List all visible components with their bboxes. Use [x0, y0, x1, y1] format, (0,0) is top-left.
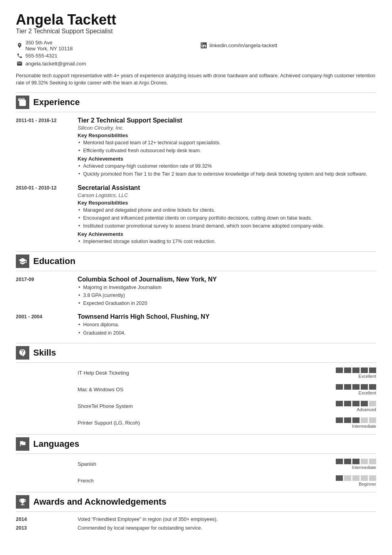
skill-bar-2: Advanced: [336, 401, 376, 412]
edu-2-list: Honors diploma. Graduated in 2004.: [78, 321, 376, 336]
job-1-title: Tier 2 Technical Support Specialist: [78, 117, 376, 124]
education-icon: [16, 255, 29, 268]
experience-entries: 2011-01 - 2016-12 Tier 2 Technical Suppo…: [16, 117, 376, 246]
award-text-1: Commended by local newspaper for outstan…: [78, 525, 376, 531]
awards-icon: [16, 495, 29, 509]
education-title: Education: [33, 256, 75, 266]
skill-level-1: Excellent: [358, 390, 376, 395]
linkedin-icon: [200, 42, 207, 49]
experience-header: Experience: [16, 92, 376, 112]
awards-section: Awards and Acknowledgements 2014 Voted “…: [16, 492, 376, 531]
award-year-0: 2014: [16, 517, 71, 522]
lang-level-0: Intermediate: [352, 465, 376, 470]
list-item: Implemented storage solution leading to …: [78, 238, 376, 245]
contact-grid: 350 5th Ave New York, NY 10118 linkedin.…: [16, 40, 376, 67]
education-entries: 2017-09 Columbia School of Journalism, N…: [16, 276, 376, 337]
lang-level-1: Beginner: [359, 482, 376, 486]
address-item: 350 5th Ave New York, NY 10118: [16, 40, 192, 52]
awards-entries: 2014 Voted “Friendliest Employee” in reg…: [16, 517, 376, 531]
languages-icon: [16, 437, 29, 451]
list-item: 3.8 GPA (currently): [78, 292, 376, 299]
list-item: Encouraged and influenced potential clie…: [78, 214, 376, 222]
skill-bar-3: Intermediate: [336, 417, 376, 429]
phone-icon: [16, 52, 23, 59]
job-1-org: Silicon Circuitry, Inc.: [78, 125, 376, 131]
phone-item: 555-555-4321: [16, 52, 192, 59]
languages-title: Languages: [33, 439, 79, 449]
award-text-0: Voted “Friendliest Employee” in region (…: [78, 517, 376, 522]
job-2-resp-label: Key Responsibilities: [78, 200, 376, 206]
skill-name-3: Printer Support (LG, Ricoh): [78, 420, 329, 426]
awards-header: Awards and Acknowledgements: [16, 492, 376, 512]
list-item: Efficiently cultivated fresh outsourced …: [78, 147, 376, 154]
skill-row-1: Mac & Windows OS Excellent: [16, 384, 376, 395]
skill-name-2: ShoreTel Phone System: [78, 403, 329, 409]
job-2-resp-list: Managed and delegated phone and online t…: [78, 207, 376, 230]
header: Angela Tackett Tier 2 Technical Support …: [16, 12, 376, 67]
list-item: Honors diploma.: [78, 321, 376, 328]
experience-title: Experience: [33, 97, 80, 107]
edu-1-title: Columbia School of Journalism, New York,…: [78, 276, 376, 283]
skills-title: Skills: [33, 348, 56, 358]
list-item: Quickly promoted from Tier 1 to the Tier…: [78, 170, 376, 178]
skills-header: Skills: [16, 343, 376, 363]
address-text: 350 5th Ave New York, NY 10118: [25, 40, 73, 52]
job-2-date: 2010-01 - 2010-12: [16, 184, 71, 246]
job-1-resp-list: Mentored fast-paced team of 12+ technica…: [78, 139, 376, 154]
list-item: Majoring in Investigative Journalism: [78, 284, 376, 291]
edu-2-title: Townsend Harris High School, Flushing, N…: [78, 313, 376, 320]
job-1-ach-list: Achieved company-high customer retention…: [78, 163, 376, 178]
job-1-content: Tier 2 Technical Support Specialist Sili…: [78, 117, 376, 179]
skills-entries: IT Help Desk Ticketing Excellent Mac & W…: [16, 367, 376, 429]
languages-section: Languages Spanish Intermediate French Be…: [16, 434, 376, 486]
award-year-1: 2013: [16, 525, 71, 531]
edu-1-date: 2017-09: [16, 276, 71, 308]
job-1-resp-label: Key Responsibilities: [78, 132, 376, 138]
skill-row-2: ShoreTel Phone System Advanced: [16, 401, 376, 412]
skill-name-1: Mac & Windows OS: [78, 387, 329, 392]
candidate-title: Tier 2 Technical Support Specialist: [16, 28, 376, 35]
skills-icon: [16, 346, 29, 360]
edu-2-date: 2001 - 2004: [16, 313, 71, 337]
summary-text: Personable tech support representative w…: [16, 72, 376, 87]
location-icon: [16, 42, 23, 49]
list-item: Instituted customer promotional survey t…: [78, 222, 376, 230]
list-item: Mentored fast-paced team of 12+ technica…: [78, 139, 376, 146]
lang-bar-0: Intermediate: [336, 459, 376, 470]
lang-name-1: French: [78, 478, 329, 484]
skill-bar-1: Excellent: [336, 384, 376, 395]
edu-2-content: Townsend Harris High School, Flushing, N…: [78, 313, 376, 337]
job-entry-2: 2010-01 - 2010-12 Secretarial Assistant …: [16, 184, 376, 246]
candidate-name: Angela Tackett: [16, 12, 376, 28]
experience-section: Experience 2011-01 - 2016-12 Tier 2 Tech…: [16, 92, 376, 246]
skill-row-3: Printer Support (LG, Ricoh) Intermediate: [16, 417, 376, 429]
edu-1-list: Majoring in Investigative Journalism 3.8…: [78, 284, 376, 307]
skill-row-0: IT Help Desk Ticketing Excellent: [16, 367, 376, 379]
job-1-ach-label: Key Achievements: [78, 156, 376, 162]
skill-level-3: Intermediate: [352, 424, 376, 429]
list-item: Achieved company-high customer retention…: [78, 163, 376, 170]
languages-entries: Spanish Intermediate French Beginner: [16, 459, 376, 486]
job-entry-1: 2011-01 - 2016-12 Tier 2 Technical Suppo…: [16, 117, 376, 179]
list-item: Graduated in 2004.: [78, 329, 376, 337]
linkedin-item: linkedin.com/in/angela-tackett: [200, 40, 376, 52]
lang-bar-1: Beginner: [336, 475, 376, 486]
job-2-ach-label: Key Achievements: [78, 231, 376, 237]
job-2-title: Secretarial Assistant: [78, 184, 376, 191]
email-item: angela.tackett@gmail.com: [16, 60, 192, 67]
phone-text: 555-555-4321: [25, 53, 57, 59]
email-icon: [16, 60, 23, 67]
skill-level-2: Advanced: [357, 407, 376, 412]
job-2-ach-list: Implemented storage solution leading to …: [78, 238, 376, 245]
awards-title: Awards and Acknowledgements: [33, 497, 166, 507]
job-2-org: Carson Logistics, LLC: [78, 192, 376, 198]
experience-icon: [16, 96, 29, 109]
edu-entry-2: 2001 - 2004 Townsend Harris High School,…: [16, 313, 376, 337]
languages-header: Languages: [16, 434, 376, 454]
education-header: Education: [16, 251, 376, 271]
edu-entry-1: 2017-09 Columbia School of Journalism, N…: [16, 276, 376, 308]
job-1-date: 2011-01 - 2016-12: [16, 117, 71, 179]
job-2-content: Secretarial Assistant Carson Logistics, …: [78, 184, 376, 246]
lang-row-1: French Beginner: [16, 475, 376, 486]
skill-bar-0: Excellent: [336, 367, 376, 379]
